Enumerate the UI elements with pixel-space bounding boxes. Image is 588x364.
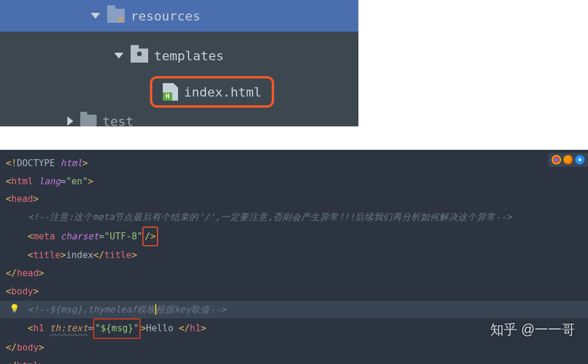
code-editor[interactable]: <!DOCTYPE html> <html lang="en"> <head> … [0,150,588,364]
tree-item-index-html[interactable]: index.html [150,76,274,108]
resources-folder-icon [107,9,125,23]
chevron-down-icon[interactable] [114,53,124,59]
code-line-9[interactable]: 💡 <!--${msg},thymeleaf模板根据key取值--> [0,301,588,319]
tree-label: test [102,114,134,127]
tree-label: resources [131,9,200,23]
tree-label: index.html [184,85,261,99]
watermark: 知乎 @一一哥 [490,317,575,344]
lightbulb-icon[interactable]: 💡 [9,301,19,317]
code-line-7[interactable]: </head> [6,265,582,283]
code-line-6[interactable]: <title>index</title> [6,246,582,265]
project-tree-panel: resources templates index.html test [0,0,358,126]
highlight-box-self-close: /> [142,226,158,247]
code-line-5[interactable]: <meta charset="UTF-8"/> [6,226,582,247]
tree-item-resources[interactable]: resources [0,0,358,32]
highlight-box-msg: "${msg}" [93,318,141,339]
code-line-4[interactable]: <!--注意:这个meta节点最后有个结束的'/',一定要注意,否则会产生异常!… [6,208,582,226]
html-file-icon [163,83,178,101]
code-line-2[interactable]: <html lang="en"> [6,173,582,191]
chevron-right-icon[interactable] [67,116,73,126]
code-line-1[interactable]: <!DOCTYPE html> [6,154,582,173]
code-line-3[interactable]: <head> [6,190,582,208]
code-line-12[interactable]: </html> [6,357,582,364]
templates-folder-icon [131,49,148,63]
code-line-8[interactable]: <body> [6,283,582,301]
tree-label: templates [154,49,224,63]
tree-item-test[interactable]: test [0,112,358,126]
tree-item-templates[interactable]: templates [0,40,358,71]
folder-icon [80,115,97,126]
chevron-down-icon[interactable] [91,13,100,19]
